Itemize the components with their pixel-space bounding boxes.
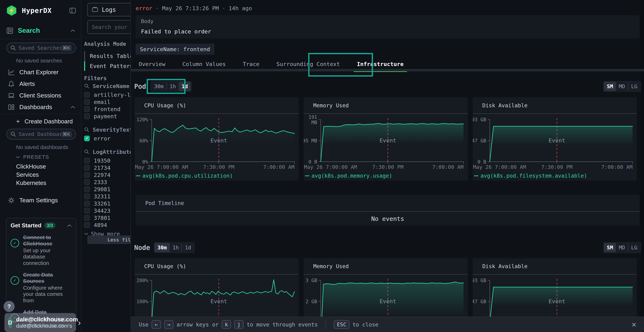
presets-toggle[interactable]: PRESETS [16,154,49,160]
filter-checkbox[interactable]: ✓ [84,136,90,141]
size-sm[interactable]: SM [604,243,616,252]
analysis-mode-results-table[interactable]: Results Table [84,51,133,61]
size-sm[interactable]: SM [604,82,616,91]
pod-disk-chart[interactable]: 93 GB47 GB0 BEventMay 26 7:00:00 AM7:30:… [472,114,637,180]
range-30m[interactable]: 30m [154,243,170,252]
size-lg[interactable]: LG [628,243,640,252]
get-started-step[interactable]: ✓ Create Data Sources Configure where yo… [10,272,72,304]
sidebar-item-dashboards[interactable]: Dashboards [8,104,75,110]
svg-text:0 B: 0 B [478,159,486,164]
pod-cpu-chart[interactable]: 120%60%0%EventMay 26 7:00:00 AM7:30:00 P… [134,114,299,180]
filter-checkbox[interactable] [84,99,90,105]
pod-section-title: Pod [134,83,146,90]
source-select-button[interactable]: Logs [87,3,132,16]
service-name-tag[interactable]: ServiceName: frontend [136,44,214,55]
user-menu[interactable]: D dale@clickhouse.com dale@clickhouse.co… [4,313,76,332]
filter-checkbox[interactable] [84,186,90,192]
filter-option-row[interactable]: 19350 [84,157,133,164]
filter-checkbox[interactable] [84,92,90,98]
sidebar-item-alerts[interactable]: Alerts [8,80,75,87]
filter-option-row[interactable]: 32311 [84,193,133,200]
filter-option-row[interactable]: 29081 [84,186,133,193]
filter-group-header[interactable]: ServiceName [84,82,133,90]
saved-searches-placeholder: Saved Searches [18,45,61,51]
filter-option-row[interactable]: 4894 [84,222,133,228]
check-circle-icon: ✓ [10,276,19,285]
filter-option-row[interactable]: 34423 [84,207,133,214]
filter-checkbox[interactable] [84,172,90,178]
footer-text: to close [352,322,378,328]
create-dashboard-button[interactable]: + Create Dashboard [16,118,83,125]
filter-option-row[interactable]: 33261 [84,200,133,207]
chevron-up-icon[interactable] [70,106,75,108]
filter-option-label: 22974 [94,172,110,178]
chevron-right-icon: › [78,318,81,327]
filter-checkbox[interactable] [84,194,90,199]
filter-option-row[interactable]: 37801 [84,214,133,222]
filter-option-row[interactable]: payment [84,113,133,120]
filter-option-row[interactable]: ✓error [84,135,133,142]
saved-searches-input[interactable]: Saved Searches ⌘K [6,42,76,53]
filter-checkbox[interactable] [84,158,90,164]
sidebar-item-chart-explorer[interactable]: Chart Explorer [8,69,75,76]
chevron-up-icon[interactable] [70,29,75,32]
tab-column-values[interactable]: Column Values [182,61,226,67]
svg-text:May 26 7:00:00 AM: May 26 7:00:00 AM [304,164,357,170]
size-md[interactable]: MD [616,82,628,91]
filter-option-label: frontend [94,106,120,112]
filter-option-row[interactable]: frontend [84,106,133,113]
size-lg[interactable]: LG [628,82,640,91]
scrollbar-gutter[interactable] [640,0,644,316]
sidebar-item-search[interactable]: Search [6,27,75,34]
analysis-mode-label: Analysis Mode [84,41,126,47]
svg-text:120%: 120% [136,117,148,122]
range-1h[interactable]: 1h [167,82,179,91]
filter-option-row[interactable]: artillery-loa [84,91,133,98]
get-started-step[interactable]: ✓ Connect to ClickHouse Set up your data… [10,234,72,266]
arrow-right-key: → [164,320,173,329]
tab-overview[interactable]: Overview [139,61,165,67]
chart-title: Disk Available [472,97,637,114]
footer-text: Use [139,322,148,328]
range-1h[interactable]: 1h [170,243,182,252]
event-search-input[interactable]: Search your ev [87,20,132,34]
filter-checkbox[interactable] [84,106,90,112]
preset-services[interactable]: Services [16,171,39,178]
body-label: Body [141,18,634,24]
sidebar-item-client-sessions[interactable]: Client Sessions [8,92,75,99]
filter-group-header[interactable]: LogAttributes [84,148,133,156]
range-1d[interactable]: 1d [179,82,191,91]
close-icon[interactable]: × [632,320,636,328]
analysis-mode-event-patterns[interactable]: Event Patterns [84,61,136,71]
filter-option-row[interactable]: 2333 [84,178,133,186]
saved-dashboards-input[interactable]: Saved Dashboards ⌘K [6,129,76,140]
filter-checkbox[interactable] [84,114,90,119]
preset-kubernetes[interactable]: Kubernetes [16,180,46,186]
tab-infrastructure[interactable]: Infrastructure [357,61,404,67]
sidebar-collapse-icon[interactable] [69,7,76,14]
filter-option-row[interactable]: 21734 [84,164,133,171]
filter-group-header[interactable]: SeverityText [84,126,133,134]
tab-trace[interactable]: Trace [243,61,260,67]
filter-option-row[interactable]: email [84,98,133,106]
size-md[interactable]: MD [616,243,628,252]
filter-checkbox[interactable] [84,179,90,185]
filter-checkbox[interactable] [84,222,90,228]
tab-surrounding-context[interactable]: Surrounding Context [276,61,340,67]
preset-clickhouse[interactable]: ClickHouse [16,163,46,170]
filter-checkbox[interactable] [84,165,90,171]
range-30m[interactable]: 30m [151,82,166,91]
filter-checkbox[interactable] [84,215,90,221]
chevron-up-icon[interactable] [67,224,72,227]
filter-checkbox[interactable] [84,201,90,206]
range-1d[interactable]: 1d [182,243,194,252]
filter-option-label: 34423 [94,208,110,214]
filter-option-row[interactable]: 22974 [84,171,133,178]
pod-memory-chart[interactable]: 191MB95 MB0 BEventMay 26 7:00:00 AM7:30:… [304,114,468,180]
sidebar-item-team-settings[interactable]: Team Settings [8,197,75,204]
filter-checkbox[interactable] [84,208,90,214]
event-body-card: Body Failed to place order [136,15,640,39]
option-label: Results Table [90,53,133,59]
help-button[interactable]: ? [4,301,15,312]
separator-dot: · [222,5,226,12]
